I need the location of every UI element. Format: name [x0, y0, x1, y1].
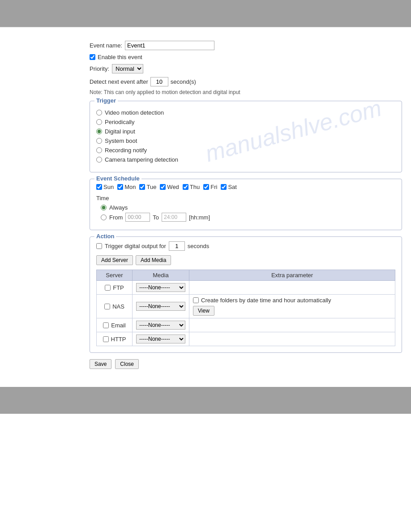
days-row: Sun Mon Tue Wed Thu Fri: [96, 184, 395, 190]
priority-row: Priority: Low Normal High: [90, 64, 402, 73]
email-media-select[interactable]: -----None-----: [136, 321, 185, 330]
to-input[interactable]: [162, 213, 186, 222]
day-fri-checkbox[interactable]: [203, 184, 209, 190]
nas-create-folders-checkbox[interactable]: [193, 297, 199, 303]
nas-extra-cell: Create folders by date time and hour aut…: [189, 295, 395, 318]
day-mon-checkbox[interactable]: [117, 184, 123, 190]
trigger-recording-radio[interactable]: [96, 147, 102, 153]
trigger-video-radio[interactable]: [96, 110, 102, 116]
ftp-media-select[interactable]: -----None-----: [136, 283, 185, 292]
detect-label: Detect next event after: [90, 78, 148, 85]
trigger-tamper-row: Camera tampering detection: [96, 156, 395, 163]
day-sun: Sun: [96, 184, 114, 190]
trigger-recording-label: Recording notify: [105, 147, 147, 154]
enable-checkbox[interactable]: [90, 54, 95, 60]
trigger-options: Video motion detection Periodically Digi…: [96, 109, 395, 163]
trigger-digital-seconds-input[interactable]: [169, 241, 185, 251]
http-media-cell: -----None-----: [133, 332, 189, 346]
email-extra-cell: [189, 318, 395, 332]
ftp-server-cell: FTP: [97, 281, 133, 295]
top-bar: [0, 0, 411, 27]
from-radio[interactable]: [101, 215, 107, 220]
day-tue-checkbox[interactable]: [139, 184, 145, 190]
nas-checkbox[interactable]: [104, 304, 110, 309]
action-section: Action Trigger digital output for second…: [90, 236, 402, 353]
nas-server-cell: NAS: [97, 295, 133, 318]
trigger-digital-suffix: seconds: [188, 243, 209, 249]
trigger-digital-radio[interactable]: [96, 129, 102, 134]
nas-extra-content: Create folders by date time and hour aut…: [193, 297, 391, 316]
main-content: manualshlve.com Event name: Enable this …: [0, 27, 411, 378]
http-server-cell: HTTP: [97, 332, 133, 346]
always-radio[interactable]: [101, 205, 107, 210]
day-mon: Mon: [117, 184, 136, 190]
trigger-periodic-row: Periodically: [96, 119, 395, 125]
day-thu-checkbox[interactable]: [183, 184, 188, 190]
schedule-section: Event Schedule Sun Mon Tue Wed Thu: [90, 179, 402, 230]
col-media: Media: [133, 270, 189, 281]
to-label: To: [153, 214, 159, 221]
email-checkbox[interactable]: [103, 322, 109, 328]
day-thu: Thu: [183, 184, 200, 190]
col-extra: Extra parameter: [189, 270, 395, 281]
close-button[interactable]: Close: [115, 359, 139, 369]
trigger-video-row: Video motion detection: [96, 109, 395, 116]
trigger-periodic-label: Periodically: [105, 119, 134, 125]
http-media-select[interactable]: -----None-----: [136, 335, 185, 343]
detect-row: Detect next event after second(s): [90, 77, 402, 86]
trigger-digital-row: Digital input: [96, 128, 395, 135]
ftp-media-cell: -----None-----: [133, 281, 189, 295]
schedule-title: Event Schedule: [94, 175, 141, 182]
nas-view-row: View: [193, 306, 391, 316]
nas-create-label: Create folders by date time and hour aut…: [201, 297, 331, 304]
trigger-boot-label: System boot: [105, 137, 137, 144]
nas-view-button[interactable]: View: [193, 306, 214, 316]
action-buttons: Add Server Add Media: [96, 255, 395, 265]
trigger-digital-output-checkbox[interactable]: [96, 243, 102, 249]
event-name-row: Event name:: [90, 41, 402, 50]
from-row: From To [hh:mm]: [101, 213, 395, 222]
add-server-button[interactable]: Add Server: [96, 255, 133, 265]
action-table: Server Media Extra parameter FTP: [96, 270, 395, 346]
trigger-recording-row: Recording notify: [96, 147, 395, 154]
priority-label: Priority:: [90, 65, 109, 72]
table-row-nas: NAS -----None----- Create folders by dat…: [97, 295, 395, 318]
day-sat-checkbox[interactable]: [221, 184, 227, 190]
col-server: Server: [97, 270, 133, 281]
trigger-boot-radio[interactable]: [96, 138, 102, 144]
trigger-video-label: Video motion detection: [105, 109, 164, 116]
time-options: Always From To [hh:mm]: [101, 204, 395, 222]
trigger-section: Trigger Video motion detection Periodica…: [90, 101, 402, 172]
from-input[interactable]: [125, 213, 150, 222]
priority-select[interactable]: Low Normal High: [112, 64, 143, 73]
trigger-tamper-label: Camera tampering detection: [105, 156, 178, 163]
time-label: Time: [96, 195, 395, 202]
trigger-periodic-radio[interactable]: [96, 119, 102, 125]
hhmm-label: [hh:mm]: [189, 214, 210, 221]
from-label: From: [109, 214, 123, 221]
save-button[interactable]: Save: [90, 359, 111, 369]
add-media-button[interactable]: Add Media: [136, 255, 171, 265]
http-checkbox[interactable]: [103, 336, 109, 342]
day-wed-checkbox[interactable]: [160, 184, 166, 190]
footer-buttons: Save Close: [90, 359, 402, 369]
http-extra-cell: [189, 332, 395, 346]
trigger-digital-label: Digital input: [105, 128, 135, 135]
day-fri: Fri: [203, 184, 217, 190]
table-row-http: HTTP -----None-----: [97, 332, 395, 346]
always-label: Always: [109, 204, 128, 211]
trigger-tamper-radio[interactable]: [96, 157, 102, 163]
nas-media-select[interactable]: -----None-----: [136, 302, 185, 311]
detect-suffix: second(s): [171, 78, 196, 85]
event-name-input[interactable]: [125, 41, 214, 50]
nas-media-cell: -----None-----: [133, 295, 189, 318]
nas-create-row: Create folders by date time and hour aut…: [193, 297, 391, 304]
table-row-email: Email -----None-----: [97, 318, 395, 332]
day-sun-checkbox[interactable]: [96, 184, 102, 190]
ftp-checkbox[interactable]: [105, 285, 111, 291]
enable-label[interactable]: Enable this event: [90, 54, 142, 60]
bottom-bar: [0, 387, 411, 414]
email-media-cell: -----None-----: [133, 318, 189, 332]
detect-input[interactable]: [150, 77, 168, 86]
action-title: Action: [94, 233, 116, 240]
